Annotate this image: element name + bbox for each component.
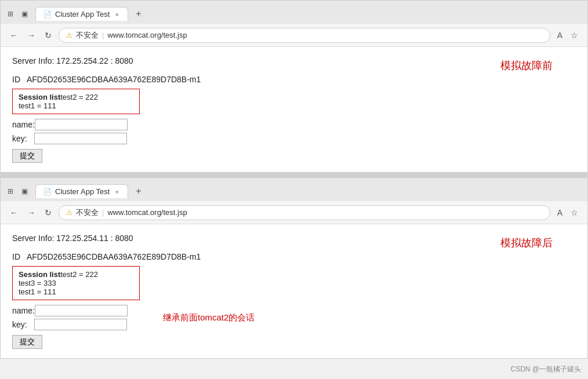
tab-close-1[interactable]: × [113, 10, 120, 19]
session-list-first-line-1: Session listtest2 = 222 [19, 93, 133, 101]
nav-right-icons-1: A ☆ [555, 30, 580, 41]
insecure-label-1: 不安全 [76, 30, 99, 41]
page-content-2: Server Info: 172.25.254.11 : 8080 ID AFD… [1, 224, 587, 358]
tab-page-icon-1: 📄 [43, 10, 52, 19]
annotation-before: 模拟故障前 [500, 59, 553, 72]
nav-right-icons-2: A ☆ [555, 207, 580, 218]
key-row-1: key: [12, 133, 576, 144]
url-separator-2: | [102, 208, 104, 217]
session-id-label-1: ID [12, 75, 20, 84]
session-line-0-2: test2 = 222 [60, 270, 98, 279]
session-line-0-1: test2 = 222 [60, 93, 98, 101]
nav-bar-2: ← → ↻ ⚠ 不安全 | www.tomcat.org/test.jsp A … [1, 201, 587, 224]
active-tab-2[interactable]: 📄 Cluster App Test × [35, 184, 128, 198]
refresh-button-2[interactable]: ↻ [42, 207, 54, 218]
grid-icon-2[interactable]: ⊞ [5, 186, 16, 196]
name-label-2: name: [12, 306, 35, 315]
warning-icon-2: ⚠ [66, 209, 72, 217]
session-box-2: Session listtest2 = 222 test3 = 333 test… [12, 266, 140, 300]
tab-bar-2: ⊞ ▣ 📄 Cluster App Test × + [1, 178, 587, 201]
session-list-label-2: Session list [19, 270, 60, 279]
name-row-1: name: [12, 119, 576, 130]
forward-button-1[interactable]: → [25, 30, 38, 41]
name-input-2[interactable] [35, 305, 128, 316]
server-info-2: Server Info: 172.25.254.11 : 8080 [12, 234, 576, 243]
session-line-1-1: test1 = 111 [19, 101, 133, 110]
panel-icon-2[interactable]: ▣ [19, 186, 30, 196]
active-tab-1[interactable]: 📄 Cluster App Test × [35, 7, 128, 21]
insecure-label-2: 不安全 [76, 207, 99, 218]
session-id-2: ID AFD5D2653E96CDBAA639A762E89D7D8B-m1 [12, 252, 576, 261]
new-tab-button-2[interactable]: + [130, 184, 147, 198]
name-input-1[interactable] [35, 119, 128, 130]
grid-icon-1[interactable]: ⊞ [5, 9, 16, 19]
url-separator-1: | [102, 31, 104, 39]
tab-bar-icons-2: ⊞ ▣ [5, 186, 30, 196]
forward-button-2[interactable]: → [25, 207, 38, 218]
address-bar-2[interactable]: ⚠ 不安全 | www.tomcat.org/test.jsp [59, 205, 550, 220]
favorite-button-1[interactable]: ☆ [568, 30, 580, 41]
browser-window-2: ⊞ ▣ 📄 Cluster App Test × + ← → ↻ ⚠ 不安全 |… [0, 177, 588, 359]
annotation-inherit: 继承前面tomcat2的会话 [163, 312, 255, 323]
tab-bar-1: ⊞ ▣ 📄 Cluster App Test × + [1, 1, 587, 24]
server-info-1: Server Info: 172.25.254.22 : 8080 [12, 56, 576, 65]
page-content-1: Server Info: 172.25.254.22 : 8080 ID AFD… [1, 47, 587, 172]
submit-button-2[interactable]: 提交 [12, 335, 42, 349]
key-label-2: key: [12, 320, 34, 329]
name-label-1: name: [12, 120, 35, 129]
browser-window-1: ⊞ ▣ 📄 Cluster App Test × + ← → ↻ ⚠ 不安全 |… [0, 0, 588, 173]
panel-icon-1[interactable]: ▣ [19, 9, 30, 19]
warning-icon-1: ⚠ [66, 31, 72, 39]
key-label-1: key: [12, 134, 34, 143]
key-input-1[interactable] [34, 133, 127, 144]
refresh-button-1[interactable]: ↻ [42, 30, 54, 41]
back-button-1[interactable]: ← [8, 30, 20, 41]
key-row-2: key: [12, 319, 576, 330]
watermark: CSDN @一瓶橘子罐头 [510, 365, 581, 374]
session-list-first-line-2: Session listtest2 = 222 [19, 270, 133, 279]
session-id-1: ID AFD5D2653E96CDBAA639A762E89D7D8B-m1 [12, 75, 576, 84]
session-line-1-2: test3 = 333 [19, 279, 133, 287]
browser-separator [0, 173, 588, 177]
session-box-1: Session listtest2 = 222 test1 = 111 [12, 89, 140, 114]
new-tab-button-1[interactable]: + [130, 7, 147, 21]
back-button-2[interactable]: ← [8, 207, 20, 218]
read-aloud-button-2[interactable]: A [555, 207, 565, 218]
tab-bar-icons-1: ⊞ ▣ [5, 9, 30, 19]
annotation-after: 模拟故障后 [500, 236, 553, 250]
address-bar-1[interactable]: ⚠ 不安全 | www.tomcat.org/test.jsp [59, 28, 550, 43]
tab-close-2[interactable]: × [113, 188, 120, 196]
nav-bar-1: ← → ↻ ⚠ 不安全 | www.tomcat.org/test.jsp A … [1, 24, 587, 47]
url-text-2: www.tomcat.org/test.jsp [107, 208, 187, 217]
tab-title-2: Cluster App Test [55, 187, 110, 196]
session-list-label-1: Session list [19, 93, 60, 101]
session-id-value-2: AFD5D2653E96CDBAA639A762E89D7D8B-m1 [27, 252, 201, 261]
tab-title-1: Cluster App Test [55, 10, 110, 19]
session-id-label-2: ID [12, 252, 20, 261]
tab-page-icon-2: 📄 [43, 188, 52, 196]
url-text-1: www.tomcat.org/test.jsp [107, 31, 187, 39]
name-row-2: name: [12, 305, 576, 316]
submit-button-1[interactable]: 提交 [12, 149, 42, 163]
key-input-2[interactable] [34, 319, 127, 330]
favorite-button-2[interactable]: ☆ [568, 207, 580, 218]
session-line-2-2: test1 = 111 [19, 287, 133, 296]
session-id-value-1: AFD5D2653E96CDBAA639A762E89D7D8B-m1 [27, 75, 201, 84]
read-aloud-button-1[interactable]: A [555, 30, 565, 41]
